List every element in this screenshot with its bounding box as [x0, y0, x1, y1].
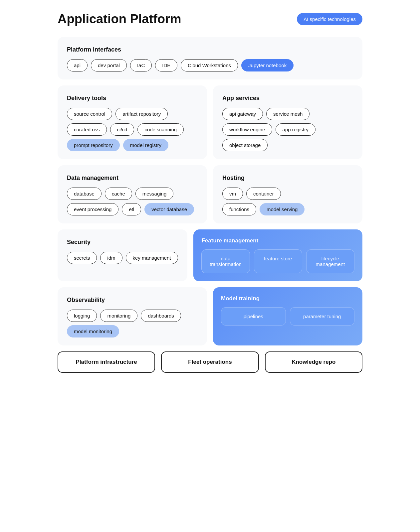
delivery-tools-title: Delivery tools [67, 95, 198, 102]
chip-idm: idm [100, 252, 122, 264]
chip-curated-oss: curated oss [67, 123, 107, 136]
chip-container: container [246, 188, 281, 200]
chip-ide: IDE [155, 59, 177, 71]
app-services-title: App services [222, 95, 353, 102]
chip-data-transformation: data transformation [201, 249, 250, 273]
chip-messaging: messaging [135, 188, 174, 200]
platform-interfaces-section: Platform interfaces api dev portal IaC I… [58, 37, 362, 79]
chip-cloud-workstations: Cloud Workstations [181, 59, 238, 71]
chip-api-gateway: api gateway [222, 108, 263, 120]
chip-monitoring: monitoring [100, 310, 137, 322]
hosting-row-2: functions model serving [222, 203, 353, 215]
model-training-title: Model training [221, 295, 354, 302]
chip-workflow-engine: workflow engine [222, 123, 272, 136]
feature-management-chips: data transformation feature store lifecy… [201, 249, 354, 273]
bottom-platform-infrastructure: Platform infrastructure [58, 351, 155, 373]
platform-interfaces-title: Platform interfaces [67, 46, 353, 53]
app-services-section: App services api gateway service mesh wo… [213, 85, 362, 159]
security-title: Security [67, 239, 178, 246]
data-management-title: Data management [67, 175, 198, 182]
chip-pipelines: pipelines [221, 307, 286, 326]
app-services-row-2: workflow engine app registry [222, 123, 353, 136]
chip-vm: vm [222, 188, 243, 200]
obs-row-2: model monitoring [67, 325, 198, 337]
hosting-title: Hosting [222, 175, 353, 182]
chip-model-serving: model serving [260, 203, 305, 215]
chip-iac: IaC [130, 59, 152, 71]
delivery-row-2: curated oss ci/cd code scanning [67, 123, 198, 136]
chip-jupyter: Jupyter notebook [241, 59, 294, 71]
app-services-row-3: object storage [222, 139, 353, 151]
chip-key-management: key management [126, 252, 178, 264]
chip-event-processing: event processing [67, 203, 118, 215]
chip-api: api [67, 59, 88, 71]
data-management-section: Data management database cache messaging… [58, 165, 207, 223]
chip-parameter-tuning: parameter tuning [290, 307, 355, 326]
chip-secrets: secrets [67, 252, 97, 264]
chip-artifact-repo: artifact repository [115, 108, 168, 120]
chip-model-monitoring: model monitoring [67, 325, 119, 337]
feature-management-section: Feature management data transformation f… [193, 229, 362, 281]
chip-feature-store: feature store [254, 249, 302, 273]
obs-training-row: Observability logging monitoring dashboa… [58, 287, 362, 345]
security-feature-row: Security secrets idm key management Feat… [58, 229, 362, 281]
delivery-row-3: prompt repository model registry [67, 139, 198, 151]
chip-vector-database: vector database [144, 203, 194, 215]
chip-etl: etl [122, 203, 141, 215]
hosting-section: Hosting vm container functions model ser… [213, 165, 362, 223]
platform-interfaces-chips: api dev portal IaC IDE Cloud Workstation… [67, 59, 353, 71]
observability-title: Observability [67, 297, 198, 304]
hosting-row-1: vm container [222, 188, 353, 200]
data-row-1: database cache messaging [67, 188, 198, 200]
feature-management-title: Feature management [201, 237, 354, 244]
chip-functions: functions [222, 203, 256, 215]
delivery-row-1: source control artifact repository [67, 108, 198, 120]
chip-source-control: source control [67, 108, 112, 120]
bottom-row: Platform infrastructure Fleet operations… [58, 351, 362, 373]
app-services-row-1: api gateway service mesh [222, 108, 353, 120]
chip-service-mesh: service mesh [266, 108, 310, 120]
chip-code-scanning: code scanning [137, 123, 184, 136]
chip-database: database [67, 188, 102, 200]
security-section: Security secrets idm key management [58, 229, 187, 281]
observability-section: Observability logging monitoring dashboa… [58, 287, 207, 345]
delivery-app-row: Delivery tools source control artifact r… [58, 85, 362, 159]
chip-cache: cache [105, 188, 132, 200]
delivery-tools-section: Delivery tools source control artifact r… [58, 85, 207, 159]
chip-object-storage: object storage [222, 139, 268, 151]
bottom-knowledge-repo: Knowledge repo [265, 351, 362, 373]
chip-dashboards: dashboards [141, 310, 181, 322]
chip-app-registry: app registry [276, 123, 315, 136]
model-training-chips: pipelines parameter tuning [221, 307, 354, 326]
chip-cicd: ci/cd [110, 123, 134, 136]
data-row-2: event processing etl vector database [67, 203, 198, 215]
model-training-section: Model training pipelines parameter tunin… [213, 287, 362, 345]
chip-dev-portal: dev portal [91, 59, 127, 71]
chip-prompt-repo: prompt repository [67, 139, 120, 151]
page-title: Application Platform [58, 12, 181, 26]
data-hosting-row: Data management database cache messaging… [58, 165, 362, 223]
bottom-fleet-operations: Fleet operations [161, 351, 259, 373]
ai-badge: AI specific technologies [297, 13, 362, 25]
security-chips: secrets idm key management [67, 252, 178, 264]
chip-model-registry: model registry [123, 139, 168, 151]
chip-logging: logging [67, 310, 97, 322]
page-header: Application Platform AI specific technol… [58, 12, 362, 26]
chip-lifecycle-management: lifecycle management [306, 249, 354, 273]
obs-row-1: logging monitoring dashboards [67, 310, 198, 322]
